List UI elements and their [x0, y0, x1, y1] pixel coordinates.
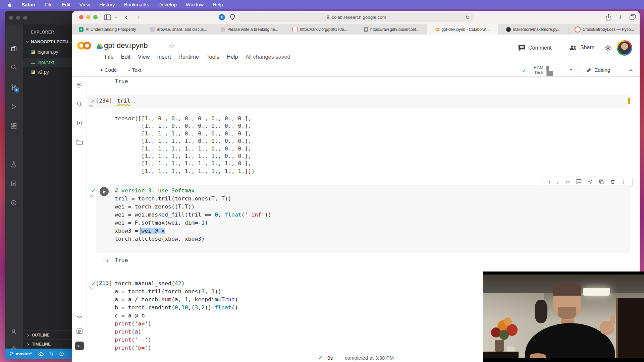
move-cell-down-icon[interactable]: ↓ — [557, 179, 559, 185]
menu-item-develop[interactable]: Develop — [158, 2, 177, 7]
add-text-button[interactable]: + Text — [127, 67, 142, 73]
account-icon[interactable] — [10, 328, 18, 336]
explorer-icon[interactable] — [10, 45, 18, 53]
folder-row[interactable]: NANOGPT-LECTU... — [25, 39, 72, 44]
move-cell-up-icon[interactable]: ↑ — [548, 179, 551, 185]
execution-count: [213] — [96, 280, 112, 286]
password-extension-icon[interactable] — [219, 14, 225, 20]
share-button[interactable]: Share — [569, 45, 595, 51]
reload-icon[interactable]: ↻ — [465, 14, 470, 20]
run-cell-button[interactable]: ▶ — [100, 187, 109, 196]
terminal-icon[interactable]: >_ — [75, 342, 84, 350]
extensions-icon[interactable] — [10, 122, 18, 130]
publish-cloud-icon[interactable] — [38, 351, 44, 356]
source-control-icon[interactable]: 1 — [10, 83, 18, 91]
run-debug-icon[interactable] — [10, 103, 18, 111]
code-cell-softmax[interactable]: ▶ # version 3: use Softmax tril = torch.… — [96, 185, 631, 253]
flower-leaves — [499, 330, 509, 340]
tab-breaking-news[interactable]: Please write a breaking ne... — [214, 24, 285, 35]
search-icon[interactable] — [10, 63, 18, 71]
comment-button[interactable]: Comment — [518, 45, 551, 51]
resources-caret-icon[interactable]: ▾ — [570, 67, 572, 72]
collapse-chevron-icon[interactable] — [628, 68, 634, 73]
delete-cell-icon[interactable] — [610, 179, 615, 184]
code-cell-tril[interactable]: ✓ 0s [234] tril — [88, 95, 631, 108]
flower-light-orange — [504, 317, 512, 326]
outline-section[interactable]: OUTLINE — [23, 330, 77, 340]
vscode-close-button[interactable] — [9, 16, 13, 20]
close-remote-icon[interactable] — [59, 351, 64, 356]
vscode-minimize-button[interactable] — [16, 16, 20, 20]
colab-menu-view[interactable]: View — [138, 54, 150, 60]
menu-item-safari[interactable]: Safari — [21, 2, 36, 7]
back-button[interactable]: ‹ — [125, 12, 128, 22]
menu-item-edit[interactable]: Edit — [62, 2, 70, 7]
tab-overview-icon[interactable] — [630, 14, 636, 20]
tab-raw-github[interactable]: R https://raw.githubusercont... — [356, 24, 427, 35]
menu-item-help[interactable]: Help — [213, 2, 223, 7]
add-comment-icon[interactable] — [576, 179, 582, 184]
colab-settings-gear-icon[interactable] — [604, 44, 612, 52]
code-text[interactable]: tril — [117, 98, 130, 104]
menu-item-bookmarks[interactable]: Bookmarks — [124, 2, 149, 7]
colab-menu-insert[interactable]: Insert — [157, 54, 171, 60]
tab-pytorch-docs[interactable]: CrossEntropyLoss — PyTo... — [569, 24, 640, 35]
find-replace-icon[interactable] — [75, 100, 84, 108]
tab-arxiv-pdf[interactable]: : https://arxiv.org/pdf/1706.... — [285, 24, 356, 35]
editing-mode-button[interactable]: Editing — [594, 67, 610, 73]
shield-extension-icon[interactable] — [230, 14, 235, 20]
menu-item-window[interactable]: Window — [186, 2, 204, 7]
new-tab-icon[interactable]: + — [618, 13, 622, 21]
colab-menu-runtime[interactable]: Runtime — [178, 54, 199, 60]
colab-menu-tools[interactable]: Tools — [206, 54, 219, 60]
file-item-v2[interactable]: v2.py — [23, 67, 77, 76]
tab-ai-understanding[interactable]: ✳ AI Understanding Prosperity — [72, 24, 143, 35]
code-cell-matmul[interactable]: torch.manual_seed(42) a = torch.tril(tor… — [115, 280, 238, 352]
close-button[interactable] — [79, 15, 84, 19]
branch-compare-icon[interactable] — [49, 351, 54, 356]
star-icon[interactable]: ☆ — [169, 42, 175, 50]
copy-cell-icon[interactable] — [599, 179, 604, 184]
testing-flask-icon[interactable] — [10, 160, 18, 168]
info-circle-icon[interactable] — [10, 199, 18, 207]
share-icon[interactable] — [606, 14, 611, 21]
zoom-button[interactable] — [93, 15, 98, 19]
files-folder-icon[interactable] — [75, 138, 84, 146]
table-of-contents-icon[interactable] — [75, 81, 84, 89]
forward-button[interactable]: › — [137, 12, 140, 22]
more-options-icon[interactable]: ⋮ — [621, 179, 626, 185]
sidebar-toggle-icon[interactable] — [104, 14, 111, 20]
minimize-button[interactable] — [86, 15, 91, 19]
git-branch-indicator[interactable]: master* — [9, 351, 32, 356]
menu-item-file[interactable]: File — [45, 2, 53, 7]
menu-item-history[interactable]: History — [99, 2, 115, 7]
timeline-section[interactable]: TIMELINE — [23, 340, 77, 349]
vscode-activity-bar: 1 1 — [5, 24, 23, 349]
colab-menu-edit[interactable]: Edit — [121, 54, 130, 60]
file-item-bigram[interactable]: bigram.py — [23, 47, 77, 56]
sidebar-chevron-icon[interactable] — [114, 15, 118, 19]
cell-settings-gear-icon[interactable] — [588, 179, 593, 184]
menu-item-view[interactable]: View — [79, 2, 90, 7]
vscode-zoom-button[interactable] — [23, 16, 27, 20]
tab-browse-share[interactable]: Browse, share, and discus... — [143, 24, 214, 35]
python-file-icon — [31, 50, 35, 54]
all-changes-saved[interactable]: All changes saved — [246, 54, 290, 60]
add-code-button[interactable]: + Code — [100, 67, 117, 73]
tab-colab-active[interactable]: gpt-dev.ipynb - Colaborat... — [427, 24, 498, 35]
variables-icon[interactable]: {x} — [75, 118, 84, 127]
code-editor[interactable]: # version 3: use Softmax tril = torch.tr… — [115, 187, 271, 243]
notebook-title[interactable]: gpt-dev.ipynb — [104, 41, 148, 50]
tab-github-makemore[interactable]: makemore/makemore.py... — [498, 24, 569, 35]
notebook-icon[interactable] — [10, 179, 18, 187]
avatar[interactable] — [617, 40, 632, 56]
colab-menu-file[interactable]: File — [105, 54, 114, 60]
command-palette-icon[interactable] — [75, 327, 84, 336]
file-item-input[interactable]: input.txt — [23, 58, 77, 67]
apple-menu-icon[interactable] — [7, 2, 12, 7]
code-snippets-icon[interactable]: <> — [75, 312, 84, 321]
safari-toolbar: ‹ › colab.research.google.com ↻ + — [72, 11, 640, 24]
colab-menu-help[interactable]: Help — [227, 54, 238, 60]
link-icon[interactable] — [565, 179, 571, 184]
address-bar[interactable]: colab.research.google.com ↻ — [239, 13, 474, 22]
